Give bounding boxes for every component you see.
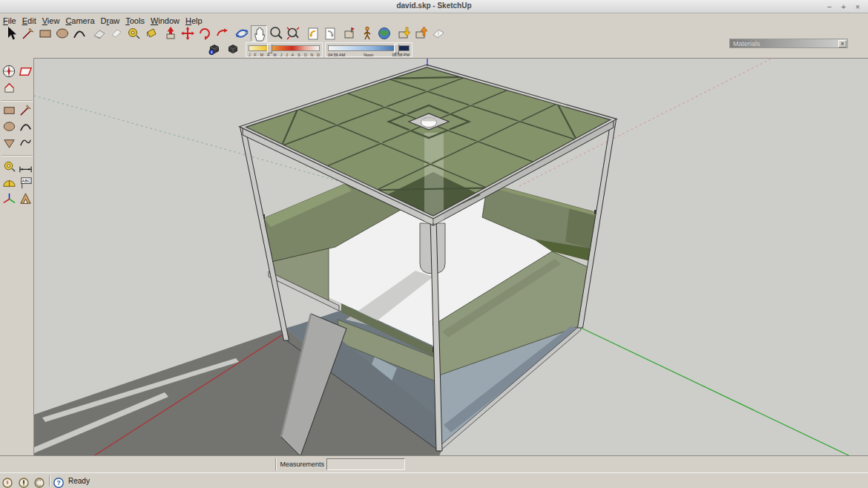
- orbit-compass-button[interactable]: [1, 64, 17, 79]
- menu-camera[interactable]: Camera: [62, 16, 97, 25]
- measurements-label: Measurements: [250, 461, 324, 468]
- line-button[interactable]: [20, 25, 36, 42]
- draw-line-button[interactable]: [18, 102, 33, 118]
- model-indicator-icon[interactable]: [34, 478, 45, 488]
- move-button[interactable]: [180, 25, 196, 42]
- draw-arc-button[interactable]: [18, 119, 33, 134]
- sidebar-separator: [1, 155, 33, 156]
- push-pull-button[interactable]: [162, 25, 179, 42]
- view-iso-house-button[interactable]: [1, 80, 17, 96]
- help-icon[interactable]: ?: [53, 478, 64, 488]
- text-3d-button[interactable]: [18, 191, 33, 207]
- measurements-bar: Measurements: [0, 455, 868, 472]
- svg-text:?: ?: [56, 479, 61, 487]
- paint-bucket-button[interactable]: [142, 25, 159, 42]
- menu-draw[interactable]: Draw: [98, 16, 123, 25]
- draw-rectangle-button[interactable]: [1, 102, 17, 118]
- menu-tools[interactable]: Tools: [122, 16, 148, 25]
- maximize-button[interactable]: +: [838, 1, 849, 13]
- status-ready-text: Ready: [68, 477, 90, 485]
- close-button[interactable]: ×: [852, 1, 864, 13]
- materials-tray-title: Materials: [733, 40, 760, 47]
- axes-button[interactable]: [1, 191, 17, 207]
- viewport-3d[interactable]: [34, 58, 868, 455]
- shadow-time-labels: 04:56 AMNoon06:58 PM: [328, 53, 410, 57]
- main-toolbar: Materials x: [0, 25, 868, 42]
- view-plane-button[interactable]: [18, 64, 33, 79]
- follow-me-button[interactable]: [214, 25, 230, 42]
- arc-button[interactable]: [71, 25, 88, 42]
- section-plane-button[interactable]: [430, 25, 447, 42]
- pan-button[interactable]: [251, 25, 267, 42]
- shadow-time-slider[interactable]: 04:56 AMNoon06:58 PM: [325, 42, 412, 57]
- measurements-input[interactable]: [326, 458, 405, 470]
- google-earth-button[interactable]: [376, 25, 392, 42]
- status-bar: ? Ready: [0, 472, 868, 488]
- previous-view-button[interactable]: [305, 25, 321, 42]
- get-models-button[interactable]: [396, 25, 412, 42]
- walk-button[interactable]: [359, 25, 375, 42]
- zoom-extents-button[interactable]: [285, 25, 301, 42]
- menu-window[interactable]: Window: [148, 16, 183, 25]
- shadow-toolbar: i JFMAMJJASOND 04:56 AMNoon06:58 PM: [206, 42, 412, 58]
- materials-tray[interactable]: Materials x: [729, 39, 848, 48]
- shadow-dialog-button[interactable]: i: [206, 42, 224, 58]
- materials-tray-close-icon[interactable]: x: [838, 40, 846, 47]
- next-view-button[interactable]: [322, 25, 338, 42]
- protractor-button[interactable]: [1, 175, 17, 191]
- menu-file[interactable]: File: [0, 16, 19, 25]
- minimize-button[interactable]: −: [823, 1, 835, 13]
- tape-measure-side-button[interactable]: [1, 159, 17, 174]
- circle-button[interactable]: [54, 25, 70, 42]
- status-divider: [49, 475, 50, 487]
- text-button[interactable]: ABC: [18, 175, 33, 191]
- menu-bar: FileEditViewCameraDrawToolsWindowHelp: [0, 13, 868, 25]
- swatch-button[interactable]: [108, 25, 125, 42]
- window-title: david.skp - SketchUp: [0, 1, 868, 10]
- shadow-toggle-button[interactable]: [225, 42, 243, 58]
- credit-indicator-icon[interactable]: [19, 478, 29, 488]
- title-bar[interactable]: david.skp - SketchUp − + ×: [0, 0, 868, 13]
- shadow-date-ticks: JFMAMJJASOND: [249, 53, 320, 57]
- left-tool-palette: ABC: [0, 58, 34, 455]
- shadow-date-track[interactable]: [249, 45, 320, 51]
- shadow-date-slider[interactable]: JFMAMJJASOND: [246, 42, 323, 57]
- column-through-glass: [424, 133, 444, 223]
- tape-measure-button[interactable]: [125, 25, 142, 42]
- draw-polygon-button[interactable]: [1, 135, 17, 151]
- draw-circle-button[interactable]: [1, 119, 17, 134]
- orbit-button[interactable]: [234, 25, 250, 42]
- add-location-button[interactable]: [342, 25, 358, 42]
- menu-view[interactable]: View: [39, 16, 63, 25]
- svg-text:ABC: ABC: [22, 179, 31, 183]
- zoom-button[interactable]: [268, 25, 284, 42]
- rotate-button[interactable]: [197, 25, 213, 42]
- sidebar-separator: [1, 100, 33, 102]
- dimensions-button[interactable]: [18, 159, 33, 174]
- menu-edit[interactable]: Edit: [19, 16, 39, 25]
- menu-help[interactable]: Help: [183, 16, 206, 25]
- select-button[interactable]: [3, 25, 19, 42]
- rectangle-button[interactable]: [37, 25, 53, 42]
- eraser-button[interactable]: [91, 25, 108, 42]
- geolocation-indicator-icon[interactable]: [2, 478, 13, 488]
- draw-freehand-button[interactable]: [18, 135, 33, 151]
- share-model-button[interactable]: [413, 25, 430, 42]
